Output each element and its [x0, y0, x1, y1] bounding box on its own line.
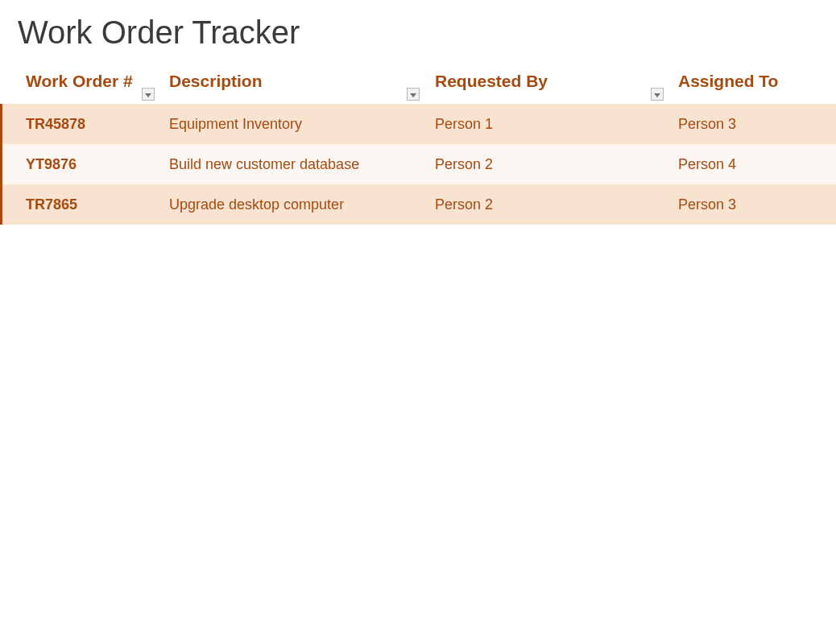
- cell-description: Upgrade desktop computer: [169, 196, 435, 213]
- chevron-down-icon: [654, 87, 660, 101]
- table-row[interactable]: YT9876 Build new customer database Perso…: [0, 144, 836, 184]
- cell-requested-by: Person 2: [435, 156, 678, 173]
- cell-requested-by: Person 2: [435, 196, 678, 213]
- page-title: Work Order Tracker: [0, 0, 836, 68]
- column-header-requested-by[interactable]: Requested By: [435, 72, 678, 91]
- chevron-down-icon: [145, 87, 151, 101]
- cell-assigned-to: Person 3: [678, 116, 836, 133]
- svg-marker-0: [145, 93, 151, 97]
- column-header-order-label: Work Order #: [26, 72, 133, 91]
- filter-dropdown-order[interactable]: [142, 88, 155, 101]
- column-header-requested-by-label: Requested By: [435, 72, 548, 91]
- cell-assigned-to: Person 3: [678, 196, 836, 213]
- column-header-description-label: Description: [169, 72, 263, 91]
- filter-dropdown-requested-by[interactable]: [651, 88, 664, 101]
- chevron-down-icon: [410, 87, 416, 101]
- cell-description: Build new customer database: [169, 156, 435, 173]
- work-order-table: Work Order # Description Requested By As…: [0, 68, 836, 225]
- table-body: TR45878 Equipment Inventory Person 1 Per…: [0, 104, 836, 225]
- svg-marker-2: [654, 93, 660, 97]
- cell-order: YT9876: [2, 156, 169, 173]
- table-row[interactable]: TR7865 Upgrade desktop computer Person 2…: [0, 184, 836, 225]
- column-header-assigned-to[interactable]: Assigned To: [678, 72, 836, 91]
- column-header-assigned-to-label: Assigned To: [678, 72, 778, 91]
- cell-order: TR45878: [2, 116, 169, 133]
- cell-assigned-to: Person 4: [678, 156, 836, 173]
- svg-marker-1: [410, 93, 416, 97]
- filter-dropdown-description[interactable]: [407, 88, 420, 101]
- cell-order: TR7865: [2, 196, 169, 213]
- cell-requested-by: Person 1: [435, 116, 678, 133]
- table-row[interactable]: TR45878 Equipment Inventory Person 1 Per…: [0, 104, 836, 144]
- cell-description: Equipment Inventory: [169, 116, 435, 133]
- column-header-description[interactable]: Description: [169, 72, 435, 91]
- table-header-row: Work Order # Description Requested By As…: [0, 68, 836, 104]
